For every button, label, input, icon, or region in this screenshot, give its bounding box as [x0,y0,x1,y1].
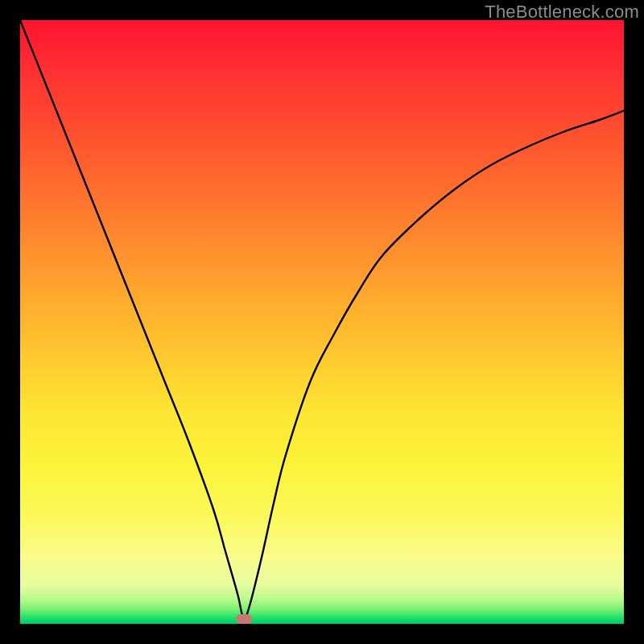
line-series [20,20,624,624]
minimum-marker [236,614,252,624]
chart-frame: TheBottleneck.com [0,0,644,644]
plot-area [20,20,624,624]
